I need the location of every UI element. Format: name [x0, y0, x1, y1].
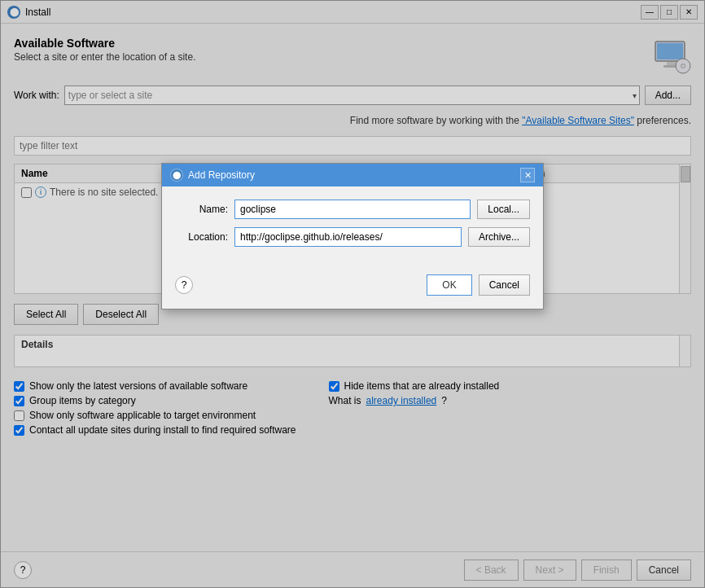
dialog-archive-button[interactable]: Archive... — [468, 227, 530, 247]
dialog-help-button[interactable]: ? — [175, 276, 193, 294]
dialog-body: Name: Local... Location: Archive... — [162, 186, 543, 268]
dialog-action-buttons: OK Cancel — [427, 274, 530, 296]
dialog-location-input[interactable] — [234, 227, 462, 247]
dialog-name-row: Name: Local... — [175, 200, 530, 219]
dialog-name-label: Name: — [175, 204, 228, 215]
main-window: ⬤ Install — □ ✕ Available Software Selec… — [0, 0, 705, 588]
dialog-local-button[interactable]: Local... — [477, 200, 530, 219]
modal-overlay: ⬤ Add Repository ✕ Name: Local... Locati… — [0, 0, 705, 588]
dialog-title-bar: ⬤ Add Repository ✕ — [162, 164, 543, 186]
dialog-location-label: Location: — [175, 231, 228, 243]
dialog-title: Add Repository — [188, 169, 520, 181]
dialog-name-input[interactable] — [234, 200, 471, 219]
dialog-footer: ? OK Cancel — [162, 268, 543, 309]
dialog-icon: ⬤ — [170, 169, 183, 182]
add-repository-dialog: ⬤ Add Repository ✕ Name: Local... Locati… — [161, 163, 544, 309]
dialog-cancel-button[interactable]: Cancel — [479, 274, 530, 296]
dialog-close-button[interactable]: ✕ — [520, 168, 535, 182]
dialog-location-row: Location: Archive... — [175, 227, 530, 247]
dialog-ok-button[interactable]: OK — [427, 274, 471, 296]
